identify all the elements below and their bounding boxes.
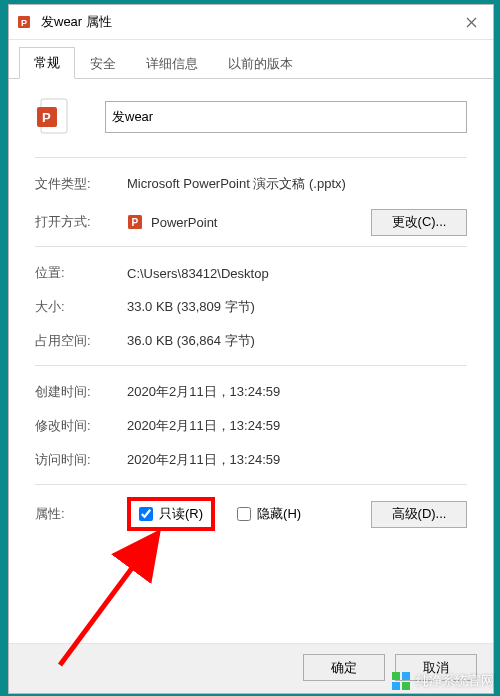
label-accessed: 访问时间: — [35, 451, 127, 469]
label-size: 大小: — [35, 298, 127, 316]
filename-input[interactable] — [105, 101, 467, 133]
hidden-label: 隐藏(H) — [257, 505, 301, 523]
value-filetype: Microsoft PowerPoint 演示文稿 (.pptx) — [127, 175, 467, 193]
label-location: 位置: — [35, 264, 127, 282]
close-icon — [466, 17, 477, 28]
value-location: C:\Users\83412\Desktop — [127, 266, 467, 281]
svg-text:P: P — [132, 217, 139, 228]
change-button[interactable]: 更改(C)... — [371, 209, 467, 236]
value-accessed: 2020年2月11日，13:24:59 — [127, 451, 467, 469]
value-modified: 2020年2月11日，13:24:59 — [127, 417, 467, 435]
separator — [35, 246, 467, 247]
readonly-label: 只读(R) — [159, 505, 203, 523]
label-modified: 修改时间: — [35, 417, 127, 435]
tab-strip: 常规 安全 详细信息 以前的版本 — [9, 40, 493, 79]
ok-button[interactable]: 确定 — [303, 654, 385, 681]
powerpoint-small-icon: P — [127, 213, 145, 231]
value-opens-with: PowerPoint — [151, 215, 371, 230]
label-opens-with: 打开方式: — [35, 213, 127, 231]
properties-dialog: P 发wear 属性 常规 安全 详细信息 以前的版本 P 文件类型: Micr… — [8, 4, 494, 694]
value-size: 33.0 KB (33,809 字节) — [127, 298, 467, 316]
readonly-checkbox-wrap[interactable]: 只读(R) — [139, 505, 203, 523]
svg-text:P: P — [42, 110, 51, 125]
readonly-checkbox[interactable] — [139, 507, 153, 521]
watermark-text: 纯净系统官网 — [416, 672, 494, 690]
value-size-on-disk: 36.0 KB (36,864 字节) — [127, 332, 467, 350]
tab-previous-versions[interactable]: 以前的版本 — [213, 48, 308, 79]
label-filetype: 文件类型: — [35, 175, 127, 193]
readonly-highlight: 只读(R) — [127, 497, 215, 531]
svg-text:P: P — [21, 18, 27, 28]
window-title: 发wear 属性 — [41, 13, 451, 31]
label-size-on-disk: 占用空间: — [35, 332, 127, 350]
file-type-icon: P — [35, 97, 71, 137]
watermark: 纯净系统官网 — [392, 672, 494, 690]
label-created: 创建时间: — [35, 383, 127, 401]
titlebar: P 发wear 属性 — [9, 5, 493, 40]
tab-details[interactable]: 详细信息 — [131, 48, 213, 79]
hidden-checkbox[interactable] — [237, 507, 251, 521]
separator — [35, 365, 467, 366]
powerpoint-icon: P — [17, 14, 33, 30]
close-button[interactable] — [451, 8, 491, 36]
label-attributes: 属性: — [35, 505, 127, 523]
tab-security[interactable]: 安全 — [75, 48, 131, 79]
separator — [35, 157, 467, 158]
watermark-logo-icon — [392, 672, 410, 690]
value-created: 2020年2月11日，13:24:59 — [127, 383, 467, 401]
tab-general[interactable]: 常规 — [19, 47, 75, 79]
general-panel: P 文件类型: Microsoft PowerPoint 演示文稿 (.pptx… — [9, 79, 493, 643]
advanced-button[interactable]: 高级(D)... — [371, 501, 467, 528]
separator — [35, 484, 467, 485]
hidden-checkbox-wrap[interactable]: 隐藏(H) — [237, 505, 301, 523]
